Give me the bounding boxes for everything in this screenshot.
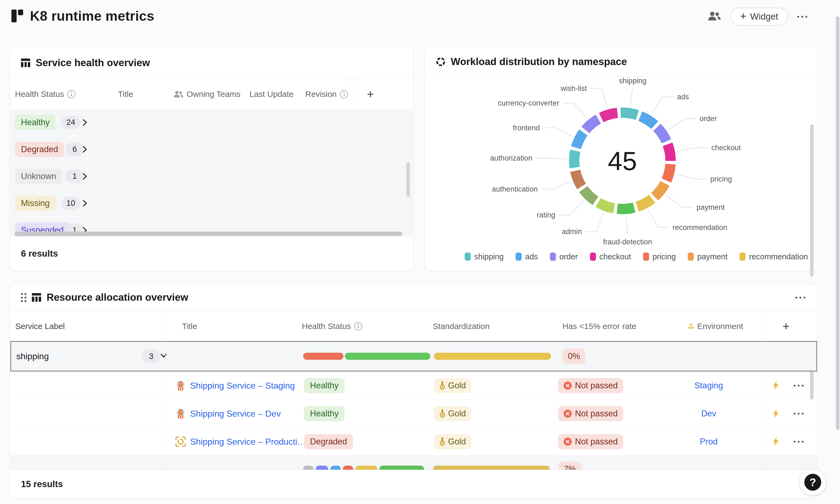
vertical-scrollbar[interactable] bbox=[406, 162, 410, 197]
widget-more-button[interactable] bbox=[795, 296, 805, 299]
column-header-title[interactable]: Title bbox=[118, 79, 133, 109]
expand-row-button[interactable] bbox=[82, 119, 88, 128]
label-leader-line bbox=[630, 88, 633, 106]
info-icon[interactable] bbox=[340, 90, 348, 98]
service-title-link[interactable]: Shipping Service – Producti… bbox=[190, 437, 306, 447]
quick-action-button[interactable] bbox=[772, 437, 780, 448]
segment-label-frontend: frontend bbox=[513, 124, 540, 132]
workload-title: Workload distribution by namespace bbox=[451, 56, 627, 68]
environment-link[interactable]: Prod bbox=[700, 437, 717, 447]
legend-item-ads[interactable]: ads bbox=[515, 252, 538, 261]
expand-row-button[interactable] bbox=[82, 199, 88, 209]
row-menu[interactable] bbox=[794, 385, 804, 387]
column-header-standardization[interactable]: Standardization bbox=[433, 311, 489, 341]
scanner-icon bbox=[175, 436, 186, 447]
info-icon[interactable] bbox=[354, 322, 362, 330]
add-column-button[interactable]: + bbox=[783, 311, 790, 341]
quick-action-button[interactable] bbox=[772, 381, 780, 392]
row-menu[interactable] bbox=[794, 413, 804, 415]
plus-icon: + bbox=[740, 11, 746, 21]
page-more-button[interactable] bbox=[797, 16, 807, 18]
column-header-revision[interactable]: Revision bbox=[305, 79, 348, 109]
service-health-card: Service health overview Health Status Ti… bbox=[10, 47, 414, 271]
row-menu-button[interactable] bbox=[794, 385, 804, 387]
label-leader-line bbox=[559, 201, 584, 215]
page-scrollbar[interactable] bbox=[836, 16, 839, 430]
expand-row-button[interactable] bbox=[82, 145, 88, 155]
health-status-badge: Unknown bbox=[15, 169, 62, 184]
legend-item-order[interactable]: order bbox=[550, 252, 578, 261]
expand-row-button[interactable] bbox=[82, 172, 88, 181]
label-leader-line bbox=[668, 119, 697, 130]
donut-segment-recommendation bbox=[637, 199, 652, 206]
info-icon[interactable] bbox=[67, 90, 75, 98]
results-count: 6 results bbox=[21, 249, 58, 259]
service-health-row[interactable]: Unknown1 bbox=[10, 163, 413, 190]
error-rate-badge: Not passed bbox=[558, 434, 623, 449]
service-health-row[interactable]: Degraded6 bbox=[10, 136, 413, 163]
legend-item-payment[interactable]: payment bbox=[688, 252, 728, 261]
legend-item-checkout[interactable]: checkout bbox=[590, 252, 631, 261]
segment-label-authentication: authentication bbox=[492, 185, 538, 193]
vertical-scrollbar[interactable] bbox=[810, 124, 813, 277]
chevron-right-icon bbox=[82, 199, 88, 208]
donut-chart-icon bbox=[436, 57, 445, 67]
segment-label-rating: rating bbox=[537, 211, 555, 219]
drag-handle-icon[interactable] bbox=[21, 293, 27, 302]
row-menu-button[interactable] bbox=[794, 441, 804, 443]
service-health-row[interactable]: Healthy24 bbox=[10, 109, 413, 136]
column-divider bbox=[762, 311, 762, 470]
segment-label-authorization: authorization bbox=[490, 154, 532, 162]
column-header-health-status[interactable]: Health Status bbox=[302, 311, 362, 341]
donut-segment-fraud-detection bbox=[617, 208, 634, 209]
help-button[interactable]: ? bbox=[800, 469, 826, 495]
octopus-icon bbox=[175, 408, 186, 419]
share-users-icon[interactable] bbox=[708, 12, 721, 22]
health-summary-bar bbox=[355, 466, 377, 470]
donut-segment-payment bbox=[654, 183, 665, 197]
column-header-title[interactable]: Title bbox=[182, 311, 197, 341]
legend-item-pricing[interactable]: pricing bbox=[643, 252, 676, 261]
gold-medal-icon bbox=[439, 437, 445, 446]
add-widget-button[interactable]: + Widget bbox=[730, 7, 788, 25]
donut-segment-authentication bbox=[575, 171, 581, 187]
service-row[interactable]: Shipping Service – StagingHealthyGoldNot… bbox=[10, 372, 817, 399]
label-leader-line bbox=[677, 148, 708, 151]
group-label: shipping bbox=[16, 351, 49, 361]
resource-allocation-card: Resource allocation overview Service Lab… bbox=[10, 284, 818, 499]
row-count: 10 bbox=[61, 197, 80, 210]
workload-donut-chart: shippingadsordercheckoutpricingpaymentre… bbox=[425, 76, 817, 251]
legend-item-recommendation[interactable]: recommendation bbox=[739, 252, 808, 261]
legend-label: pricing bbox=[653, 252, 676, 261]
quick-action-button[interactable] bbox=[772, 409, 780, 420]
horizontal-scrollbar[interactable] bbox=[14, 232, 402, 236]
service-row[interactable]: Shipping Service – Producti…DegradedGold… bbox=[10, 428, 817, 455]
group-row-preview[interactable]: 7% bbox=[10, 455, 817, 470]
environment-link[interactable]: Dev bbox=[701, 409, 716, 418]
label-leader-line bbox=[536, 158, 567, 159]
column-header-environment[interactable]: Environment bbox=[688, 311, 743, 341]
add-column-button[interactable]: + bbox=[367, 79, 374, 109]
service-row[interactable]: Shipping Service – DevHealthyGoldNot pas… bbox=[10, 399, 817, 428]
column-header-error-rate[interactable]: Has <15% error rate bbox=[562, 311, 636, 341]
chevron-down-icon bbox=[160, 353, 168, 359]
column-header-service-label[interactable]: Service Label bbox=[15, 311, 65, 341]
group-row-shipping[interactable]: shipping30% bbox=[10, 341, 817, 372]
service-health-row[interactable]: Missing10 bbox=[10, 190, 413, 217]
legend-item-shipping[interactable]: shipping bbox=[465, 252, 504, 261]
donut-segment-wish-list bbox=[601, 113, 617, 118]
row-menu-button[interactable] bbox=[794, 413, 804, 415]
column-header-owning-teams[interactable]: Owning Teams bbox=[174, 79, 241, 109]
column-header-health-status[interactable]: Health Status bbox=[15, 79, 75, 109]
resource-rows: shipping30%Shipping Service – StagingHea… bbox=[10, 341, 817, 470]
column-header-last-update[interactable]: Last Update bbox=[249, 79, 294, 109]
environment-link[interactable]: Staging bbox=[694, 381, 723, 391]
collapse-group-button[interactable] bbox=[160, 353, 168, 360]
dashboard-logo-icon bbox=[12, 10, 24, 23]
row-menu[interactable] bbox=[794, 441, 804, 443]
service-title-link[interactable]: Shipping Service – Staging bbox=[190, 381, 295, 391]
service-title-link[interactable]: Shipping Service – Dev bbox=[190, 409, 281, 419]
legend-swatch bbox=[688, 253, 694, 261]
standardization-bar bbox=[433, 466, 550, 470]
segment-label-ads: ads bbox=[677, 93, 689, 101]
